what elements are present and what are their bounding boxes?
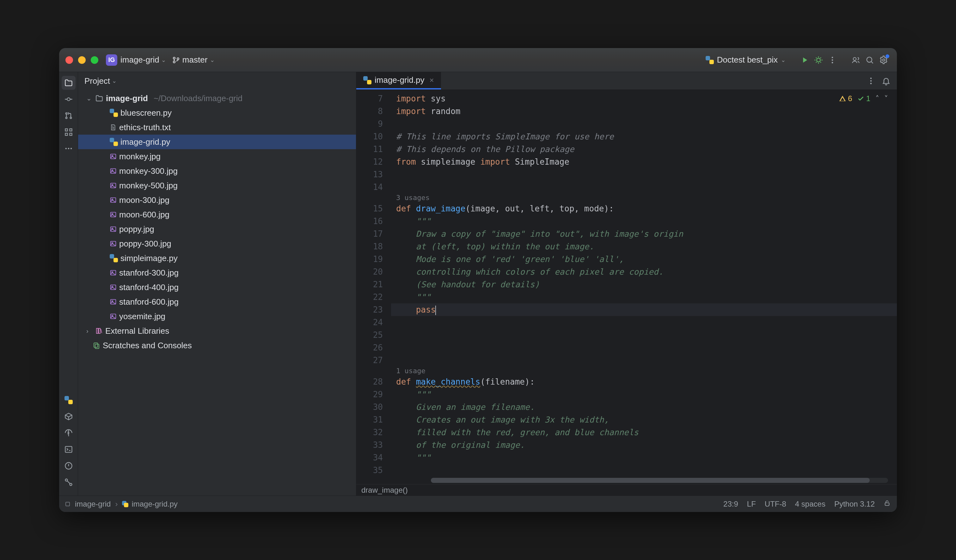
- interpreter[interactable]: Python 3.12: [834, 500, 875, 508]
- tree-item[interactable]: monkey.jpg: [78, 149, 356, 164]
- tree-item-external-libraries[interactable]: › External Libraries: [78, 324, 356, 338]
- version-control-tool-button[interactable]: [61, 475, 75, 489]
- tree-item-scratches[interactable]: Scratches and Consoles: [78, 338, 356, 353]
- search-button[interactable]: [863, 53, 877, 67]
- tree-item[interactable]: monkey-300.jpg: [78, 164, 356, 178]
- project-badge[interactable]: IG: [106, 54, 117, 66]
- project-tool-button[interactable]: [61, 76, 75, 90]
- terminal-tool-button[interactable]: [61, 442, 75, 456]
- line-separator[interactable]: LF: [747, 500, 756, 508]
- line-gutter[interactable]: 7891011121314 15161718192021222324252627…: [356, 90, 391, 484]
- code-content[interactable]: import sys import random # This line imp…: [391, 90, 897, 484]
- file-label: moon-600.jpg: [119, 210, 170, 220]
- horizontal-scrollbar[interactable]: [431, 478, 888, 483]
- window-controls: [65, 56, 98, 64]
- settings-button[interactable]: [877, 53, 891, 67]
- tree-item[interactable]: moon-600.jpg: [78, 207, 356, 222]
- tree-item[interactable]: moon-300.jpg: [78, 193, 356, 207]
- minimize-icon[interactable]: [78, 56, 86, 64]
- root-path: ~/Downloads/image-grid: [154, 94, 242, 104]
- file-label: poppy-300.jpg: [119, 239, 171, 249]
- more-actions-button[interactable]: [825, 53, 839, 67]
- svg-point-53: [870, 83, 872, 84]
- tree-item[interactable]: stanford-600.jpg: [78, 295, 356, 309]
- tree-item[interactable]: ethics-truth.txt: [78, 120, 356, 135]
- image-icon: [110, 211, 117, 218]
- python-icon: [110, 138, 118, 146]
- close-tab-icon[interactable]: ×: [429, 76, 434, 85]
- editor-breadcrumb[interactable]: draw_image(): [356, 484, 897, 496]
- breadcrumb-item[interactable]: draw_image(): [361, 486, 408, 494]
- svg-point-51: [870, 77, 872, 79]
- file-label: simpleimage.py: [121, 253, 178, 263]
- python-icon: [110, 109, 118, 117]
- run-button[interactable]: [797, 53, 811, 67]
- project-panel: Project ⌄ ⌄ image-grid ~/Downloads/image…: [78, 72, 356, 496]
- svg-point-11: [65, 113, 67, 115]
- caret-position[interactable]: 23:9: [723, 500, 738, 508]
- svg-point-9: [883, 59, 885, 61]
- tree-item[interactable]: poppy.jpg: [78, 222, 356, 236]
- svg-point-5: [832, 59, 833, 61]
- tab-actions-button[interactable]: [864, 74, 878, 88]
- chevron-down-icon[interactable]: ⌄: [112, 77, 117, 85]
- tree-item[interactable]: bluescreen.py: [78, 105, 356, 120]
- file-label: monkey.jpg: [119, 152, 160, 162]
- code-with-me-button[interactable]: [849, 53, 863, 67]
- expand-arrow-icon[interactable]: ›: [86, 328, 93, 335]
- svg-rect-15: [69, 129, 72, 131]
- maximize-icon[interactable]: [91, 56, 98, 64]
- image-icon: [110, 313, 117, 320]
- status-module: image-grid: [75, 500, 111, 508]
- expand-arrow-icon[interactable]: ⌄: [86, 94, 93, 102]
- vcs-branch[interactable]: master ⌄: [172, 55, 221, 65]
- svg-point-7: [853, 57, 856, 60]
- file-label: monkey-500.jpg: [119, 181, 178, 191]
- tree-item[interactable]: stanford-400.jpg: [78, 280, 356, 295]
- indent-setting[interactable]: 4 spaces: [795, 500, 825, 508]
- project-panel-header[interactable]: Project ⌄: [78, 72, 356, 90]
- python-console-tool-button[interactable]: [61, 393, 75, 407]
- chevron-down-icon[interactable]: ⌄: [161, 56, 166, 64]
- structure-tool-button[interactable]: [61, 125, 75, 139]
- commit-tool-button[interactable]: [61, 92, 75, 106]
- usages-hint[interactable]: 3 usages: [391, 193, 897, 202]
- ide-window: IG image-grid ⌄ master ⌄ Doctest best_pi…: [59, 48, 897, 512]
- python-packages-tool-button[interactable]: [61, 409, 75, 424]
- image-icon: [110, 226, 117, 232]
- tree-root[interactable]: ⌄ image-grid ~/Downloads/image-grid: [78, 91, 356, 105]
- tree-item[interactable]: monkey-500.jpg: [78, 178, 356, 193]
- scratches-label: Scratches and Consoles: [103, 341, 192, 350]
- tree-item[interactable]: poppy-300.jpg: [78, 236, 356, 251]
- file-encoding[interactable]: UTF-8: [765, 500, 786, 508]
- editor-tabs: image-grid.py ×: [356, 72, 897, 90]
- image-icon: [110, 284, 117, 291]
- editor-tab-active[interactable]: image-grid.py ×: [356, 72, 441, 89]
- scrollbar-thumb[interactable]: [431, 478, 870, 483]
- debug-button[interactable]: [811, 53, 825, 67]
- svg-rect-54: [885, 503, 889, 505]
- more-tools-button[interactable]: [61, 141, 75, 155]
- project-name[interactable]: image-grid: [121, 55, 159, 65]
- tree-item[interactable]: yosemite.jpg: [78, 309, 356, 324]
- readonly-lock-icon[interactable]: [884, 500, 891, 508]
- notifications-button[interactable]: [879, 74, 893, 88]
- project-tree[interactable]: ⌄ image-grid ~/Downloads/image-grid blue…: [78, 90, 356, 496]
- problems-tool-button[interactable]: [61, 459, 75, 473]
- usages-hint[interactable]: 1 usage: [391, 367, 897, 375]
- svg-point-3: [816, 58, 820, 62]
- svg-rect-47: [96, 328, 98, 333]
- code-editor[interactable]: 6 1 ˄ ˅ 7891011121314 151617181920212223…: [356, 90, 897, 484]
- close-icon[interactable]: [65, 56, 73, 64]
- update-indicator-dot: [885, 54, 889, 58]
- status-nav-breadcrumb[interactable]: image-grid › image-grid.py: [65, 500, 178, 508]
- tree-item-selected[interactable]: image-grid.py: [78, 135, 356, 149]
- tree-item[interactable]: simpleimage.py: [78, 251, 356, 265]
- run-configuration[interactable]: Doctest best_pix ⌄: [706, 55, 792, 65]
- chevron-down-icon[interactable]: ⌄: [210, 56, 215, 64]
- svg-point-19: [68, 148, 69, 149]
- svg-point-8: [867, 57, 872, 62]
- services-tool-button[interactable]: [61, 426, 75, 440]
- pull-requests-tool-button[interactable]: [61, 109, 75, 122]
- tree-item[interactable]: stanford-300.jpg: [78, 265, 356, 280]
